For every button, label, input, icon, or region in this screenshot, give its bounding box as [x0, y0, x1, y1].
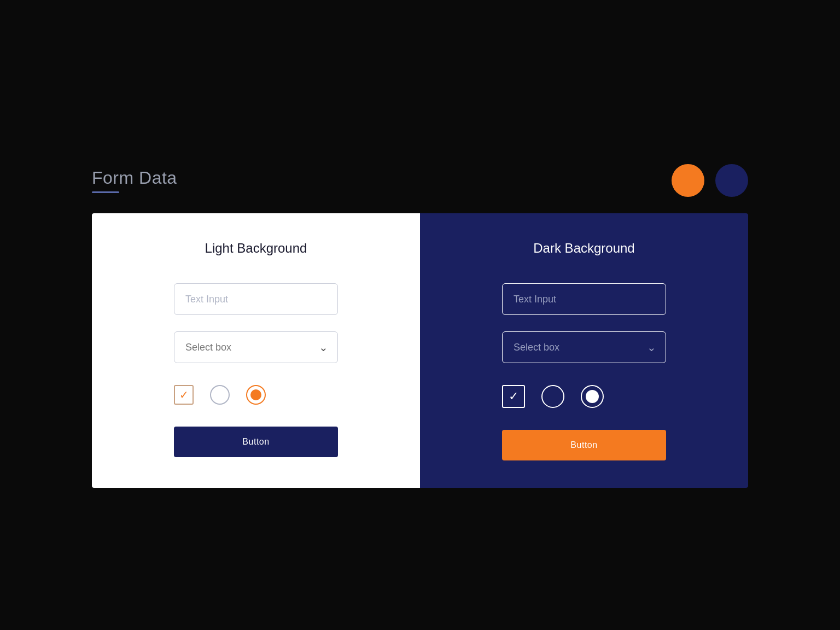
radio-light-checked[interactable] — [246, 385, 266, 405]
checkbox-dark[interactable]: ✓ — [502, 385, 525, 408]
select-wrapper-light: Select box Option 1 Option 2 ⌄ — [174, 331, 338, 363]
radio-dark-checked[interactable] — [581, 385, 604, 408]
select-light[interactable]: Select box Option 1 Option 2 — [174, 331, 338, 363]
color-swatch-dark[interactable] — [715, 164, 748, 197]
title-underline — [92, 191, 119, 193]
panel-light: Light Background Select box Option 1 Opt… — [92, 213, 420, 488]
text-input-light[interactable] — [174, 283, 338, 315]
panel-dark-title: Dark Background — [533, 241, 634, 256]
controls-row-dark: ✓ — [502, 385, 666, 408]
header-right — [672, 164, 748, 197]
content-area: Light Background Select box Option 1 Opt… — [92, 213, 748, 488]
color-swatch-orange[interactable] — [672, 164, 704, 197]
page-title: Form Data — [92, 168, 177, 188]
header-left: Form Data — [92, 168, 177, 193]
radio-inner-dark — [586, 390, 599, 403]
button-light[interactable]: Button — [174, 427, 338, 457]
header: Form Data — [70, 142, 770, 213]
button-dark[interactable]: Button — [502, 430, 666, 460]
radio-dark-unchecked[interactable] — [541, 385, 564, 408]
checkmark-icon-dark: ✓ — [509, 390, 518, 402]
select-dark[interactable]: Select box Option 1 Option 2 — [502, 331, 666, 363]
panel-dark: Dark Background Select box Option 1 Opti… — [420, 213, 748, 488]
controls-row-light: ✓ — [174, 385, 338, 405]
radio-light-unchecked[interactable] — [210, 385, 230, 405]
text-input-dark[interactable] — [502, 283, 666, 315]
panel-light-title: Light Background — [205, 241, 307, 256]
checkmark-icon-light: ✓ — [179, 389, 189, 400]
page-wrapper: Form Data Light Background Select box Op… — [70, 142, 770, 488]
checkbox-light[interactable]: ✓ — [174, 385, 194, 405]
radio-inner-light — [250, 389, 261, 400]
select-wrapper-dark: Select box Option 1 Option 2 ⌄ — [502, 331, 666, 363]
